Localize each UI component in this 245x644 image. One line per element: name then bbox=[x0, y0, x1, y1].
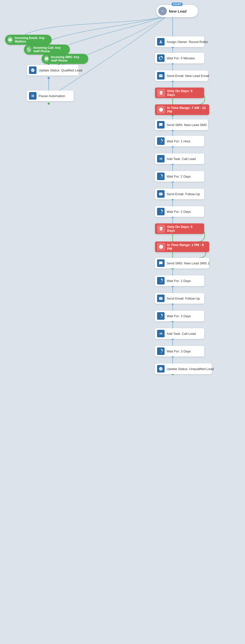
trigger-incoming-email[interactable]: Incoming Email: Any Mailbox bbox=[5, 35, 52, 45]
node-wait-1hr[interactable]: Wait For: 1 Hour bbox=[155, 136, 204, 146]
wait-3days-1-icon bbox=[157, 312, 165, 320]
node-add-task-2[interactable]: Add Task: Call Lead bbox=[155, 328, 204, 339]
wait-2days-2-label: Wait For: 2 Days bbox=[167, 210, 191, 214]
update-unqualified-label: Update Status: Unqualified Lead bbox=[167, 367, 214, 371]
in-time-1-icon bbox=[157, 106, 165, 114]
send-sms-icon bbox=[157, 121, 165, 129]
pause-icon bbox=[29, 92, 37, 100]
node-update-unqualified[interactable]: Update Status: Unqualified Lead bbox=[155, 364, 212, 374]
followup-1-label: Send Email: Follow-Up bbox=[167, 192, 200, 196]
only-days-2-icon bbox=[157, 225, 165, 233]
node-send-email-followup-1[interactable]: Send Email: Follow-Up bbox=[155, 189, 204, 199]
pause-label: Pause Automation bbox=[39, 94, 65, 98]
only-days-1-icon bbox=[157, 89, 165, 97]
send-sms-2-icon bbox=[157, 259, 165, 267]
only-days-2-label: Only On Days: 5 Days bbox=[167, 225, 201, 232]
update-qualified-label: Update Status: Qualified Lead bbox=[39, 68, 82, 72]
assign-owner-icon bbox=[157, 38, 165, 46]
update-qualified-icon bbox=[29, 66, 37, 74]
node-wait-5min[interactable]: Wait For: 5 Minutes bbox=[155, 53, 204, 63]
wait-5min-label: Wait For: 5 Minutes bbox=[167, 56, 195, 60]
wait-2days-2-icon bbox=[157, 208, 165, 215]
wait-3days-1-label: Wait For: 3 Days bbox=[167, 314, 191, 318]
trigger-incoming-call[interactable]: Incoming Call: Any VoIP Phone bbox=[24, 45, 70, 55]
node-wait-3days-1[interactable]: Wait For: 3 Days bbox=[155, 311, 204, 321]
node-wait-2days-1[interactable]: Wait For: 2 Days bbox=[155, 171, 204, 182]
only-days-1-label: Only On Days: 5 Days bbox=[167, 89, 201, 97]
start-node[interactable]: START New Lead bbox=[156, 5, 198, 17]
node-update-qualified[interactable]: Update Status: Qualified Lead bbox=[27, 65, 79, 75]
update-unqualified-icon bbox=[157, 365, 165, 373]
wait-1hr-label: Wait For: 1 Hour bbox=[167, 139, 191, 143]
wait-3days-2-icon bbox=[157, 347, 165, 355]
assign-owner-label: Assign Owner: Round Robin bbox=[167, 40, 208, 44]
trigger-email-label: Incoming Email: Any Mailbox bbox=[15, 36, 48, 43]
in-time-2-label: In Time Range: 1 PM - 6 PM bbox=[167, 243, 206, 251]
email-trigger-icon bbox=[8, 36, 13, 43]
workflow-canvas: START New Lead Incoming Email: Any Mailb… bbox=[0, 0, 245, 644]
add-task-2-label: Add Task: Call Lead bbox=[167, 332, 196, 336]
trigger-incoming-sms[interactable]: Incoming SMS: Any VoIP Phone bbox=[42, 54, 88, 64]
node-send-email-followup-2[interactable]: Send Email: Follow-Up bbox=[155, 293, 204, 304]
svg-point-42 bbox=[48, 103, 50, 105]
node-send-email-new-lead[interactable]: Send Email: New Lead Email bbox=[155, 70, 208, 81]
node-send-sms-2[interactable]: Send SMS: New Lead SMS 2 bbox=[155, 258, 209, 268]
wait-3days-2-label: Wait For: 3 Days bbox=[167, 349, 191, 353]
in-time-2-icon bbox=[157, 243, 165, 251]
followup-2-icon bbox=[157, 295, 165, 302]
start-badge: START bbox=[171, 3, 183, 6]
wait-2days-1-label: Wait For: 2 Days bbox=[167, 175, 191, 178]
add-task-2-icon bbox=[157, 330, 165, 337]
trigger-sms-label: Incoming SMS: Any VoIP Phone bbox=[51, 55, 85, 62]
node-in-time-2[interactable]: In Time Range: 1 PM - 6 PM bbox=[155, 242, 209, 252]
node-only-days-1[interactable]: Only On Days: 5 Days bbox=[155, 88, 204, 98]
send-sms-2-label: Send SMS: New Lead SMS 2 bbox=[167, 261, 210, 265]
node-send-sms[interactable]: Send SMS: New Lead SMS bbox=[155, 119, 208, 130]
wait-5min-icon bbox=[157, 54, 165, 62]
add-task-1-label: Add Task: Call Lead bbox=[167, 157, 196, 161]
start-label: New Lead bbox=[169, 9, 187, 13]
svg-point-41 bbox=[48, 77, 50, 79]
wait-2days-1-icon bbox=[157, 173, 165, 180]
node-wait-2days-3[interactable]: Wait For: 2 Days bbox=[155, 275, 204, 286]
node-in-time-1[interactable]: In Time Range: 7 AM - 12 PM bbox=[155, 104, 209, 115]
node-add-task-1[interactable]: Add Task: Call Lead bbox=[155, 153, 204, 164]
node-only-days-2[interactable]: Only On Days: 5 Days bbox=[155, 223, 204, 234]
node-wait-3days-2[interactable]: Wait For: 3 Days bbox=[155, 346, 204, 356]
node-assign-owner[interactable]: Assign Owner: Round Robin bbox=[155, 36, 204, 47]
phone-trigger-icon bbox=[26, 46, 31, 53]
send-sms-label: Send SMS: New Lead SMS bbox=[167, 123, 207, 127]
add-task-1-icon bbox=[157, 155, 165, 163]
followup-1-icon bbox=[157, 190, 165, 198]
start-arrow-icon bbox=[158, 7, 167, 15]
wait-2days-3-icon bbox=[157, 277, 165, 285]
node-pause-automation[interactable]: Pause Automation bbox=[27, 91, 74, 101]
wait-2days-3-label: Wait For: 2 Days bbox=[167, 279, 191, 283]
trigger-call-label: Incoming Call: Any VoIP Phone bbox=[33, 46, 66, 53]
wait-1hr-icon bbox=[157, 137, 165, 145]
sms-trigger-icon bbox=[44, 56, 49, 62]
in-time-1-label: In Time Range: 7 AM - 12 PM bbox=[167, 106, 206, 113]
send-email-new-icon bbox=[157, 72, 165, 79]
node-wait-2days-2[interactable]: Wait For: 2 Days bbox=[155, 206, 204, 217]
send-email-new-label: Send Email: New Lead Email bbox=[167, 74, 209, 78]
followup-2-label: Send Email: Follow-Up bbox=[167, 297, 200, 300]
